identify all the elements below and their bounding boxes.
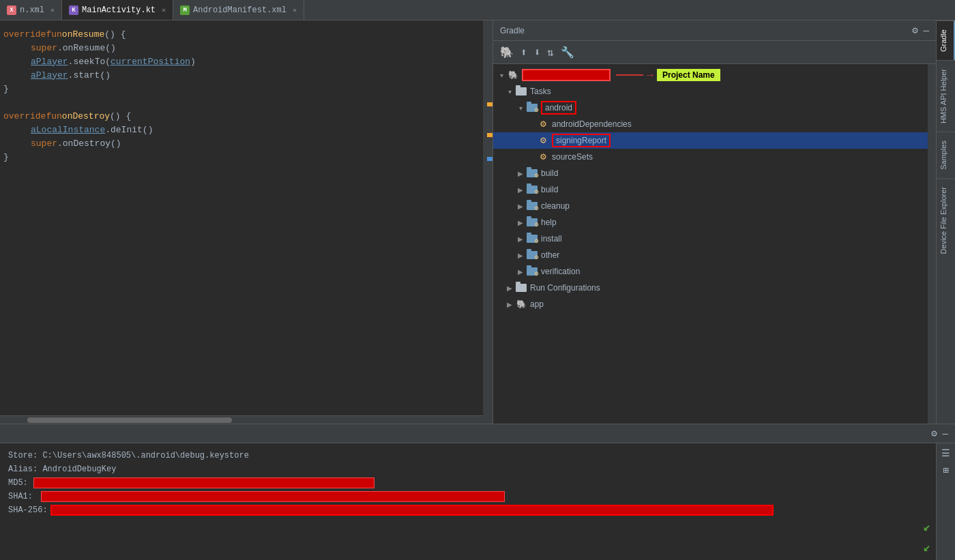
tree-build[interactable]: ▶ ⚙ build [493,165,928,181]
sync-up-btn[interactable]: ⬆ [519,44,529,61]
minimize-icon[interactable]: — [924,25,929,36]
tree-project-root[interactable]: ▾ 🐘 → Project Name [493,67,928,83]
kt-icon: K [69,5,78,15]
verification-folder-icon: ⚙ [526,266,538,277]
deinit-call: .deInit() [105,125,153,135]
sidebar-tab-hms[interactable]: HMS API Helper [937,60,955,132]
sha1-label: SHA1: [8,492,33,501]
verification-label: verification [541,267,580,276]
elephant-btn[interactable]: 🐘 [499,44,515,61]
currentposition-ref: currentPosition [111,57,190,67]
tree-install[interactable]: ▶ ⚙ install [493,231,928,247]
app-arrow: ▶ [504,301,515,308]
fn-ondestroy: onDestroy [62,111,110,121]
bottom-minimize-icon[interactable]: — [943,428,948,439]
super-ondestroy: .onDestroy() [57,138,121,149]
build-setup-label: build [541,185,558,194]
tree-cleanup[interactable]: ▶ ⚙ cleanup [493,198,928,214]
sha1-value-bar [41,491,505,502]
code-line: } [0,150,483,164]
tab-mainactivity-close[interactable]: ✕ [162,6,166,14]
tree-android-deps[interactable]: ⚙ androidDependencies [493,116,928,132]
scroll-marker-1 [487,102,493,106]
tree-build-setup[interactable]: ▶ ⚙ build [493,181,928,198]
tree-verification[interactable]: ▶ ⚙ verification [493,263,928,280]
gradle-vscroll[interactable] [928,64,936,424]
code-editor: override fun onResume () { super .onResu… [0,20,483,424]
refresh-btn[interactable]: ⇅ [546,44,555,61]
alias-text: Alias: AndroidDebugKey [8,465,116,474]
bottom-btn-2[interactable]: ⊞ [941,463,950,477]
code-line-empty [0,95,483,109]
tree-other[interactable]: ▶ ⚙ other [493,247,928,263]
store-text: Store: C:\Users\awx848505\.android\debug… [8,451,249,460]
sha256-value-bar [50,505,774,516]
bottom-header: ⚙ — [0,424,955,443]
code-line: super .onResume() [0,41,483,55]
store-line: Store: C:\Users\awx848505\.android\debug… [8,449,909,462]
tree-source-sets[interactable]: ⚙ sourceSets [493,149,928,165]
gradle-toolbar: 🐘 ⬆ ⬇ ⇅ 🔧 [493,41,936,64]
xml-icon: X [7,5,16,15]
tasks-label: Tasks [530,87,551,96]
tree-signing-report[interactable]: ⚙ signingReport [493,132,928,149]
other-label: other [541,250,559,260]
gradle-tree[interactable]: ▾ 🐘 → Project Name ▾ [493,64,928,424]
sha256-line: SHA-256: [8,503,909,517]
sidebar-tab-device[interactable]: Device File Explorer [937,178,955,262]
code-line: } [0,82,483,95]
tab-manifest[interactable]: M AndroidManifest.xml ✕ [173,0,304,20]
tab-nxml-label: n.xml [20,5,44,15]
tree-android[interactable]: ▾ ⚙ android [493,100,928,116]
project-name-tooltip: Project Name [657,69,720,81]
main-area: override fun onResume () { super .onResu… [0,20,955,424]
editor-hscroll[interactable] [0,415,483,424]
run-configs-folder-icon [515,282,527,293]
alias-line: Alias: AndroidDebugKey [8,462,909,476]
sync-down-btn[interactable]: ⬇ [533,44,542,61]
cleanup-label: cleanup [541,201,570,211]
android-arrow: ▾ [515,104,526,112]
sidebar-tab-samples[interactable]: Samples [937,132,955,178]
green-arrows: ↙ ↙ [917,443,936,560]
wrench-btn[interactable]: 🔧 [559,44,576,61]
dot: . [68,57,74,67]
hscroll-thumb[interactable] [27,417,232,423]
aplayer-ref: aPlayer [31,57,68,67]
bottom-right-buttons: ☰ ⊞ [936,443,955,560]
build-label: build [541,168,558,178]
tree-tasks[interactable]: ▾ Tasks [493,83,928,100]
tree-run-configs[interactable]: ▶ Run Configurations [493,280,928,296]
tab-bar: X n.xml ✕ K MainActivity.kt ✕ M AndroidM… [0,0,955,20]
run-configs-arrow: ▶ [504,284,515,292]
signing-report-label-box: signingReport [552,134,611,147]
settings-icon[interactable]: ⚙ [912,25,917,36]
tab-nxml[interactable]: X n.xml ✕ [0,0,62,20]
other-folder-icon: ⚙ [526,250,538,261]
code-line: super .onDestroy() [0,136,483,150]
editor-vscroll[interactable] [483,20,493,424]
tree-app[interactable]: ▶ 🐘 app [493,296,928,312]
source-sets-gear-icon: ⚙ [537,151,549,162]
manifest-icon: M [180,5,190,15]
bottom-settings-icon[interactable]: ⚙ [931,428,937,439]
tasks-arrow: ▾ [504,88,515,95]
paren-close: ) [190,57,196,67]
tab-manifest-label: AndroidManifest.xml [193,5,286,15]
tasks-folder-icon [515,86,527,97]
android-label-box: android [541,101,576,115]
gradle-icon: 🐘 [507,70,519,80]
code-line: override fun onResume () { [0,27,483,41]
sidebar-tab-gradle[interactable]: Gradle [937,20,955,60]
code-line: aPlayer . seekTo( currentPosition ) [0,55,483,68]
help-folder-icon: ⚙ [526,217,538,228]
close-brace2: } [3,152,9,162]
tab-mainactivity[interactable]: K MainActivity.kt ✕ [62,0,173,20]
project-name-box [522,69,611,81]
tree-help[interactable]: ▶ ⚙ help [493,214,928,231]
android-deps-label: androidDependencies [552,119,632,129]
cleanup-arrow: ▶ [515,203,526,210]
tab-nxml-close[interactable]: ✕ [50,6,55,14]
tab-manifest-close[interactable]: ✕ [293,6,297,14]
bottom-btn-1[interactable]: ☰ [940,446,952,460]
